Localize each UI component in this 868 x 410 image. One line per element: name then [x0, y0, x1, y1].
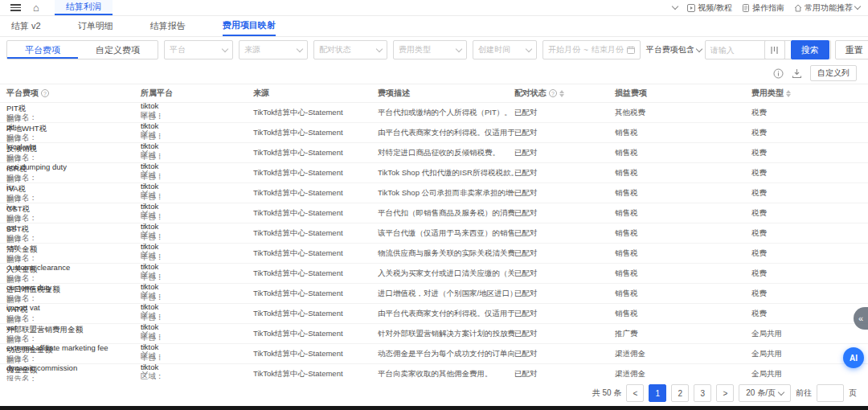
description-cell: TikTok Shop 代扣代缴的ISR所得税税款。	[378, 168, 514, 178]
table-body: 翻译：PIT税 报告名：pit 平台：tiktok 区域：-- TikTok结算…	[0, 103, 868, 381]
alias-value: IVA税	[6, 184, 134, 194]
topbar-item-label: 视频/教程	[698, 2, 732, 14]
page-button-1[interactable]: 1	[649, 384, 666, 402]
alias-value: 入关金额	[6, 264, 134, 274]
region-value: --	[141, 381, 247, 382]
platform-select[interactable]: 平台	[164, 40, 233, 59]
source-cell: TikTok结算中心-Statement	[253, 369, 378, 379]
col-label: 损益费项	[615, 88, 647, 99]
chevron-down-icon	[778, 388, 784, 395]
sort-icon[interactable]	[786, 90, 791, 97]
fee-type-cell: 税费	[751, 128, 862, 138]
col-pl-fee-item[interactable]: 损益费项	[615, 88, 751, 99]
col-platform[interactable]: 所属平台	[141, 88, 253, 99]
page-button-2[interactable]: 2	[671, 384, 689, 402]
download-icon[interactable]	[792, 68, 802, 79]
platform-label: 平台：	[141, 132, 247, 141]
alias-label: 翻译：	[6, 174, 134, 184]
alias-value: 进口增值税金额	[6, 285, 134, 294]
region-row[interactable]: 区域：--	[141, 371, 247, 381]
description-cell: TikTok Shop 公司承担而非卖家承担的增值税及汇兑关...	[378, 188, 514, 199]
tab-fee-item-mapping[interactable]: 费用项目映射	[223, 16, 276, 36]
guide-icon	[742, 4, 750, 12]
ai-assistant-button[interactable]: AI	[843, 347, 864, 368]
col-platform-fee-item[interactable]: 平台费项 ?	[6, 88, 141, 99]
description-cell: 入关税为买家支付或进口清关应缴的（关税），仅适用于部...	[378, 269, 514, 279]
platform-value: tiktok	[141, 342, 247, 352]
source-cell: TikTok结算中心-Statement	[253, 208, 378, 219]
tab-settlement[interactable]: 结算 v2	[11, 16, 41, 36]
tab-settlement-report[interactable]: 结算报告	[150, 16, 186, 36]
pl-fee-item-cell: 销售税	[615, 228, 751, 239]
alias-value: 清关金额	[6, 244, 134, 254]
total-count: 共 50 条	[592, 387, 622, 399]
platform-label: 平台：	[141, 313, 247, 322]
sort-icon[interactable]	[559, 90, 564, 97]
platform-cell: 平台：tiktok 区域：--	[141, 353, 253, 381]
col-label: 所属平台	[141, 88, 173, 99]
chevron-down-icon	[297, 45, 303, 51]
platform-value: tiktok	[141, 242, 247, 252]
jump-page-input[interactable]	[817, 384, 844, 402]
jump-suffix: 页	[849, 387, 857, 399]
columns-filter-button[interactable]	[764, 40, 785, 59]
home-icon[interactable]: ⌂	[26, 0, 47, 15]
end-month-placeholder: 结束月份	[592, 44, 624, 55]
fee-type-cell: 税费	[751, 248, 862, 259]
report-name-label: 报告名：	[6, 374, 134, 381]
status-cell: 已配对	[514, 269, 615, 279]
toggle-custom-fees[interactable]: 自定义费项	[78, 41, 158, 59]
platform-label: 平台：	[141, 112, 247, 121]
chevron-down-icon	[456, 45, 462, 51]
col-fee-type[interactable]: 费用类型	[751, 88, 862, 99]
start-month-placeholder: 开始月份	[548, 44, 580, 55]
fee-type-cell: 税费	[751, 168, 862, 178]
reset-button[interactable]: 重置	[835, 40, 868, 59]
table-row[interactable]: 翻译：佣金金额 报告名：commission 平台：tiktok 区域：-- T…	[0, 364, 868, 381]
help-icon[interactable]: ?	[41, 89, 49, 97]
topbar-item-recommend[interactable]: 常用功能推荐	[794, 2, 860, 14]
help-icon[interactable]: ?	[549, 89, 557, 97]
topbar-item-label: 常用功能推荐	[805, 2, 853, 14]
source-select[interactable]: 来源	[239, 40, 308, 59]
customize-columns-button[interactable]: 自定义列	[810, 65, 857, 81]
hamburger-menu-icon[interactable]	[5, 0, 26, 15]
col-description[interactable]: 费项描述	[378, 88, 514, 99]
source-cell: TikTok结算中心-Statement	[253, 289, 378, 299]
alias-value: 本地WHT税	[6, 124, 134, 133]
create-time-select[interactable]: 创建时间	[473, 40, 537, 59]
topbar-active-tab[interactable]: 结算利润	[55, 0, 113, 15]
pl-fee-item-cell: 销售税	[615, 269, 751, 279]
prev-page-button[interactable]: <	[626, 384, 644, 402]
tab-order-detail[interactable]: 订单明细	[78, 16, 113, 36]
calendar-icon	[627, 46, 635, 54]
col-match-status[interactable]: 配对状态 ?	[514, 88, 615, 99]
info-icon[interactable]	[773, 68, 784, 79]
status-cell: 已配对	[514, 369, 615, 379]
month-range-picker[interactable]: 开始月份 ~ 结束月份	[542, 40, 641, 59]
alias-label: 翻译：	[6, 134, 134, 144]
pl-fee-item-cell: 销售税	[615, 128, 751, 138]
description-cell: 对特定进口商品征收的反倾销税费。	[378, 148, 514, 158]
page-size-select[interactable]: 20 条/页	[739, 384, 791, 402]
toggle-platform-fees[interactable]: 平台费项	[7, 41, 78, 59]
fee-type-cell: 税费	[751, 269, 862, 279]
pl-fee-item-cell: 渠道佣金	[615, 349, 751, 359]
fee-type-select[interactable]: 费用类型	[393, 40, 467, 59]
col-source[interactable]: 来源	[253, 88, 378, 99]
match-status-select[interactable]: 配对状态	[313, 40, 387, 59]
topbar-item-video[interactable]: 视频/教程	[687, 2, 732, 14]
next-page-button[interactable]: >	[716, 384, 734, 402]
topbar-item-guide[interactable]: 操作指南	[742, 2, 784, 14]
platform-label: 平台：	[141, 293, 247, 302]
col-label: 费项描述	[378, 88, 410, 99]
platform-value: tiktok	[141, 222, 247, 232]
page-button-3[interactable]: 3	[694, 384, 711, 402]
search-button[interactable]: 搜索	[791, 40, 829, 59]
search-field-select[interactable]: 平台费项包含	[646, 44, 702, 55]
platform-label: 平台：	[141, 212, 247, 222]
match-status-placeholder: 配对状态	[319, 44, 351, 55]
chevron-down-icon[interactable]	[672, 3, 678, 10]
pl-fee-item-cell: 其他税费	[615, 108, 751, 118]
platform-value: tiktok	[141, 262, 247, 272]
